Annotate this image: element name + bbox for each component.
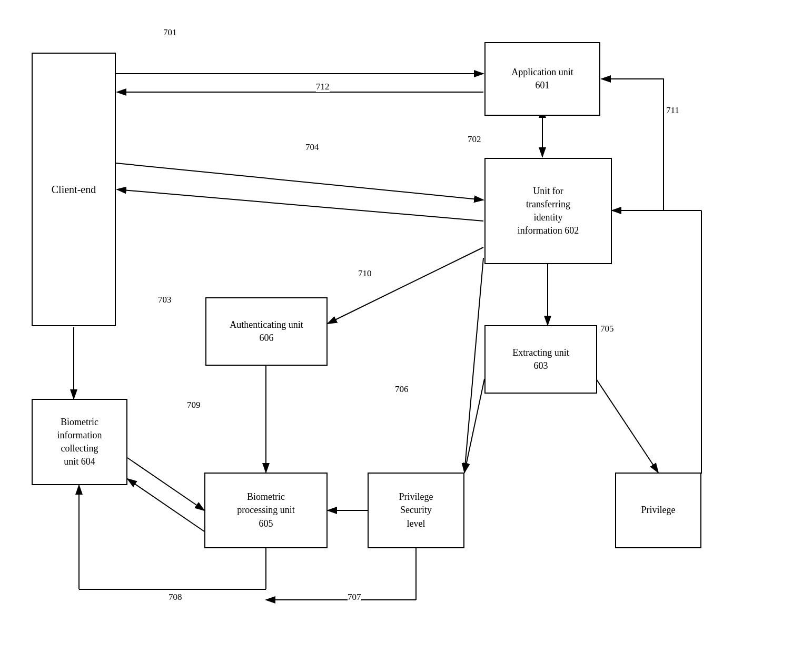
privilege-box: Privilege	[615, 473, 701, 548]
label-706: 706	[395, 384, 409, 395]
authenticating-unit-box: Authenticating unit606	[205, 297, 328, 366]
privilege-label: Privilege	[641, 504, 676, 517]
svg-line-5	[116, 163, 483, 200]
svg-line-20	[596, 379, 658, 473]
extracting-unit-box: Extracting unit603	[484, 325, 597, 394]
svg-line-12	[127, 458, 204, 510]
svg-line-13	[127, 479, 204, 531]
svg-line-9	[464, 258, 483, 473]
label-702: 702	[468, 134, 481, 145]
label-711: 711	[666, 105, 679, 116]
svg-line-21	[464, 379, 484, 473]
privilege-security-box: PrivilegeSecuritylevel	[368, 473, 464, 548]
label-708: 708	[169, 592, 182, 602]
svg-line-6	[117, 189, 483, 221]
application-unit-box: Application unit601	[484, 42, 600, 116]
label-710: 710	[358, 268, 372, 279]
transfer-unit-label: Unit fortransferringidentityinformation …	[518, 185, 579, 238]
biometric-processing-label: Biometricprocessing unit605	[237, 490, 295, 530]
svg-line-10	[328, 247, 483, 324]
client-end-box: Client-end	[32, 53, 116, 326]
label-709: 709	[187, 400, 201, 410]
biometric-processing-box: Biometricprocessing unit605	[204, 473, 328, 548]
label-712: 712	[316, 82, 330, 92]
extracting-unit-label: Extracting unit603	[512, 346, 569, 373]
biometric-collecting-label: Biometricinformationcollectingunit 604	[57, 416, 102, 469]
diagram: Client-end Application unit601 Unit fort…	[0, 0, 812, 653]
label-707: 707	[348, 592, 361, 602]
label-705: 705	[600, 324, 614, 334]
privilege-security-label: PrivilegeSecuritylevel	[399, 490, 433, 530]
authenticating-unit-label: Authenticating unit606	[230, 318, 303, 345]
arrows-svg	[0, 0, 812, 653]
application-unit-label: Application unit601	[511, 66, 573, 92]
label-701: 701	[163, 27, 177, 38]
biometric-collecting-box: Biometricinformationcollectingunit 604	[32, 399, 127, 485]
transfer-unit-box: Unit fortransferringidentityinformation …	[484, 158, 612, 264]
label-703: 703	[158, 295, 172, 305]
client-end-label: Client-end	[52, 182, 96, 197]
label-704: 704	[305, 142, 319, 153]
